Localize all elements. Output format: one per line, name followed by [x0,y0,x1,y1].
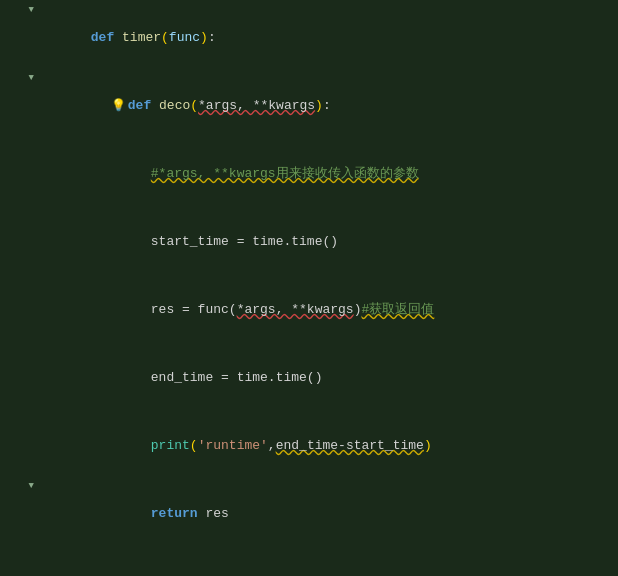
code-line-2: ▼ 💡def deco(*args, **kwargs): [0,72,618,140]
gutter-1: ▼ [0,5,40,15]
param-func: func [169,30,200,45]
end-start-squiggle: end_time-start_time [276,438,424,453]
str-runtime: 'runtime' [198,438,268,453]
code-line-7: print('runtime',end_time-start_time) [0,412,618,480]
args-squiggle: *args, **kwargs [237,302,354,317]
line-content-8: return res [40,481,618,547]
paren-close-print: ) [424,438,432,453]
line-content-2: 💡def deco(*args, **kwargs): [40,73,618,139]
colon: : [208,30,216,45]
line-content-1: def timer(func): [40,5,618,71]
var-res: res = func( [151,302,237,317]
gutter-8: ▼ [0,481,40,491]
fold-icon-8[interactable]: ▼ [29,481,34,491]
paren: ( [161,30,169,45]
var-res2: res [205,506,228,521]
bulb-icon[interactable]: 💡 [111,99,126,113]
line-content-5: res = func(*args, **kwargs)#获取返回值 [40,277,618,343]
function-name-deco: deco [159,98,190,113]
print-fn: print [151,438,190,453]
var-end-time: end_time = time.time() [151,370,323,385]
code-line-6: end_time = time.time() [0,344,618,412]
fold-icon-2[interactable]: ▼ [29,73,34,83]
fold-icon-1[interactable]: ▼ [29,5,34,15]
param-args: *args, **kwargs [198,98,315,113]
keyword-def: def [91,30,122,45]
paren-print: ( [190,438,198,453]
paren: ) [200,30,208,45]
function-name-timer: timer [122,30,161,45]
gutter-2: ▼ [0,73,40,83]
line-content-7: print('runtime',end_time-start_time) [40,413,618,479]
code-line-9: return deco [0,548,618,576]
var-start-time: start_time = time.time() [151,234,338,249]
comment-chinese: #*args, **kwargs用来接收传入函数的参数 [151,166,419,181]
code-line-4: start_time = time.time() [0,208,618,276]
paren3: ) [315,98,323,113]
code-editor: ▼ def timer(func): ▼ 💡def deco(*args, **… [0,0,618,576]
keyword-def2: def [128,98,159,113]
line-content-3: #*args, **kwargs用来接收传入函数的参数 [40,141,618,207]
kw-return: return [151,506,206,521]
code-line-3: #*args, **kwargs用来接收传入函数的参数 [0,140,618,208]
code-line-8: ▼ return res [0,480,618,548]
code-line-1: ▼ def timer(func): [0,4,618,72]
paren2: ( [190,98,198,113]
line-content-9: return deco [40,549,618,576]
comma-endtime: , [268,438,276,453]
comment-return: #获取返回值 [361,302,434,317]
line-content-4: start_time = time.time() [40,209,618,275]
colon2: : [323,98,331,113]
code-line-5: res = func(*args, **kwargs)#获取返回值 [0,276,618,344]
line-content-6: end_time = time.time() [40,345,618,411]
